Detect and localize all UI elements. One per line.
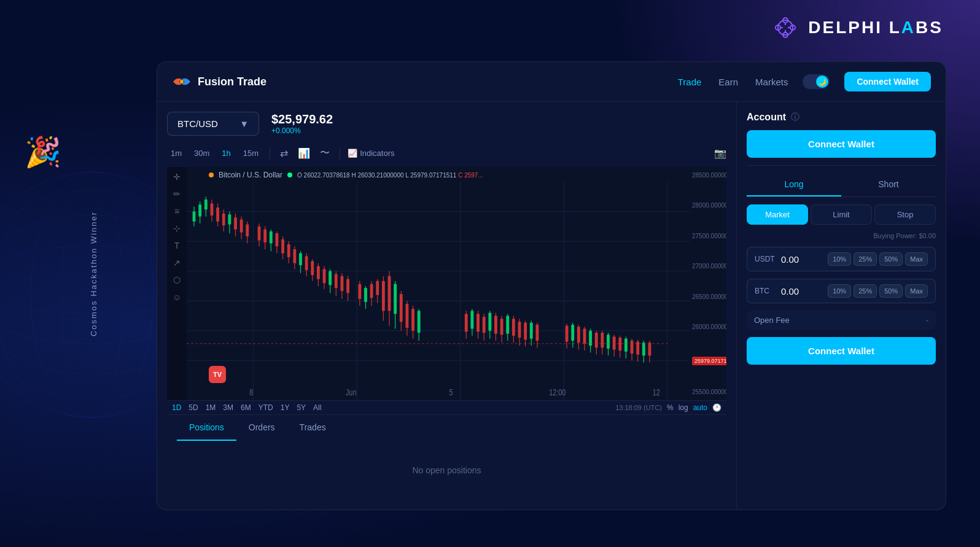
svg-rect-136: [583, 328, 586, 343]
usdt-max[interactable]: Max: [905, 252, 928, 266]
period-all[interactable]: All: [313, 403, 321, 412]
account-info-icon[interactable]: ⓘ: [791, 112, 799, 123]
clock-icon-btn[interactable]: 🕐: [712, 403, 721, 412]
connect-wallet-bottom-button[interactable]: Connect Wallet: [747, 337, 936, 365]
screenshot-button[interactable]: 📷: [714, 147, 726, 159]
btc-currency-label: BTC: [755, 287, 776, 295]
svg-rect-62: [293, 249, 296, 263]
timeframe-1h[interactable]: 1h: [218, 146, 234, 160]
price-axis: 28500.00000000 28000.00000000 27500.0000…: [690, 167, 726, 400]
log-toggle[interactable]: log: [679, 403, 688, 412]
btc-25pct[interactable]: 25%: [854, 284, 877, 298]
indicators-button[interactable]: 📈 Indicators: [348, 149, 394, 158]
short-tab[interactable]: Short: [841, 173, 936, 196]
svg-rect-56: [276, 233, 279, 246]
usdt-10pct[interactable]: 10%: [828, 252, 851, 266]
svg-rect-148: [618, 338, 621, 351]
period-6m[interactable]: 6M: [241, 403, 251, 412]
pct-toggle[interactable]: %: [667, 403, 674, 412]
usdt-50pct[interactable]: 50%: [879, 252, 903, 266]
usdt-25pct[interactable]: 25%: [854, 252, 877, 266]
usdt-currency-label: USDT: [755, 255, 776, 263]
chart-compare-icon[interactable]: ⇄: [278, 145, 290, 161]
usdt-input-value[interactable]: 0.00: [781, 254, 823, 265]
auto-toggle[interactable]: auto: [693, 403, 707, 412]
svg-rect-78: [341, 276, 344, 291]
limit-tab[interactable]: Limit: [811, 204, 872, 225]
chart-type-icon[interactable]: 📊: [295, 145, 313, 161]
chart-settings-icon[interactable]: 〜: [317, 144, 332, 162]
pencil-icon[interactable]: ✏: [173, 189, 181, 199]
chart-left-tools: ✛ ✏ ≡ ⊹ T ↗ ⬡ ☺: [167, 167, 187, 400]
connect-wallet-nav-button[interactable]: Connect Wallet: [844, 72, 931, 91]
smile-icon[interactable]: ☺: [173, 292, 181, 302]
price-info: $25,979.62 +0.000%: [271, 112, 333, 135]
period-1d[interactable]: 1D: [172, 403, 181, 412]
chart-timestamp: 13:18:09 (UTC) % log auto 🕐: [615, 403, 721, 412]
svg-rect-72: [323, 269, 326, 283]
crosshair-icon[interactable]: ✛: [173, 172, 181, 182]
svg-point-2: [31, 172, 154, 417]
symbol-name: BTC/USD: [177, 118, 218, 129]
period-3m[interactable]: 3M: [223, 403, 233, 412]
period-5d[interactable]: 5D: [189, 403, 198, 412]
brand-name: Fusion Trade: [198, 76, 266, 88]
open-fee-label: Open Fee: [754, 316, 790, 325]
period-1y[interactable]: 1Y: [281, 403, 290, 412]
svg-rect-46: [240, 219, 243, 232]
chart-toolbar: 1m 30m 1h 15m ⇄ 📊 〜 📈 Indicators 📷: [167, 144, 726, 162]
open-fee-row: Open Fee -: [747, 311, 936, 330]
current-price-badge: 25979.07171511: [692, 357, 726, 365]
tab-positions[interactable]: Positions: [177, 415, 236, 441]
lines-icon[interactable]: ≡: [174, 206, 179, 216]
tradingview-logo: TV: [209, 366, 226, 383]
empty-positions-message: No open positions: [167, 441, 726, 500]
btc-input-value[interactable]: 0.00: [781, 286, 823, 297]
svg-rect-84: [364, 288, 367, 302]
svg-rect-158: [648, 343, 651, 355]
price-level-5: 26500.00000000: [692, 293, 724, 300]
period-ytd[interactable]: YTD: [259, 403, 273, 412]
brand-logo-icon: [172, 74, 192, 89]
delphi-logo-icon: [770, 12, 801, 43]
long-tab[interactable]: Long: [747, 173, 841, 196]
svg-rect-76: [335, 274, 338, 288]
live-indicator: [287, 173, 292, 177]
tab-trades[interactable]: Trades: [287, 415, 338, 441]
nav-link-earn[interactable]: Earn: [718, 77, 738, 87]
nav-link-markets[interactable]: Markets: [755, 77, 788, 87]
symbol-selector[interactable]: BTC/USD ▼: [167, 112, 259, 136]
chevron-down-icon: ▼: [239, 118, 249, 129]
tab-orders[interactable]: Orders: [236, 415, 287, 441]
btc-10pct[interactable]: 10%: [828, 284, 851, 298]
connect-wallet-main-button[interactable]: Connect Wallet: [747, 130, 936, 158]
btc-pct-buttons: 10% 25% 50% Max: [828, 284, 928, 298]
svg-rect-40: [222, 214, 225, 225]
tab-bar: Positions Orders Trades: [177, 415, 717, 441]
period-5y[interactable]: 5Y: [297, 403, 306, 412]
market-tab[interactable]: Market: [747, 204, 808, 225]
svg-rect-118: [506, 316, 509, 333]
period-1m[interactable]: 1M: [206, 403, 216, 412]
stop-tab[interactable]: Stop: [874, 204, 936, 225]
order-type-tabs: Market Limit Stop: [747, 204, 936, 225]
timeframe-1m[interactable]: 1m: [167, 146, 185, 160]
svg-rect-120: [512, 319, 515, 336]
svg-text:12:00: 12:00: [549, 387, 566, 397]
measure-icon[interactable]: ⊹: [173, 223, 181, 233]
timeframe-15m[interactable]: 15m: [239, 146, 262, 160]
toolbar-separator: [270, 147, 270, 160]
btc-50pct[interactable]: 50%: [879, 284, 903, 298]
shapes-icon[interactable]: ⬡: [173, 275, 181, 285]
btc-max[interactable]: Max: [905, 284, 928, 298]
theme-toggle[interactable]: 🌙: [803, 74, 830, 89]
arrow-icon[interactable]: ↗: [173, 258, 181, 268]
svg-rect-156: [642, 343, 645, 355]
nav-link-trade[interactable]: Trade: [678, 77, 702, 87]
svg-text:8: 8: [249, 387, 253, 397]
trading-panel: Account ⓘ Connect Wallet Long Short Mark…: [737, 102, 946, 510]
svg-rect-36: [211, 204, 214, 215]
timeframe-30m[interactable]: 30m: [190, 146, 213, 160]
text-icon[interactable]: T: [174, 241, 180, 250]
usdt-pct-buttons: 10% 25% 50% Max: [828, 252, 928, 266]
